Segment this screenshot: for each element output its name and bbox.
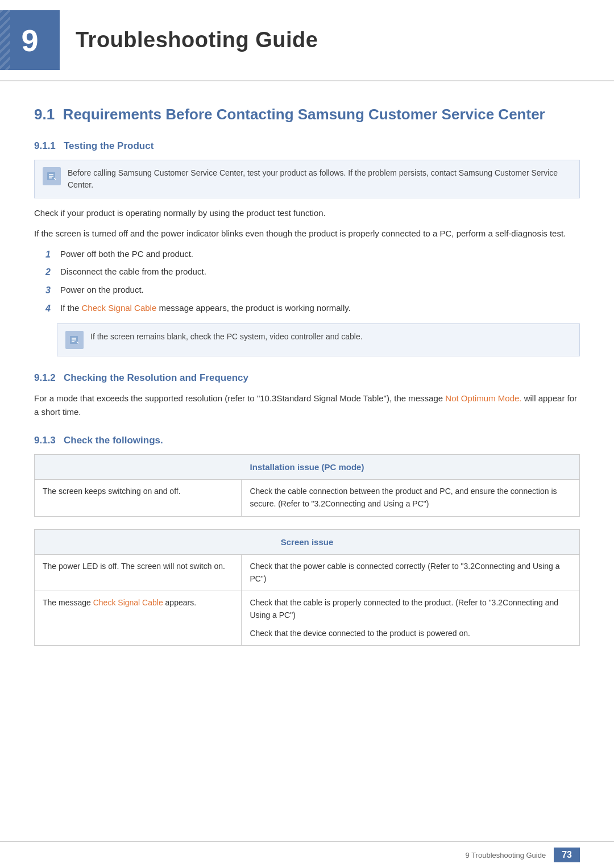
- screen-issue-table: Screen issue The power LED is off. The s…: [34, 529, 580, 646]
- table-row: The power LED is off. The screen will no…: [35, 555, 580, 591]
- note-text-2: If the screen remains blank, check the P…: [90, 331, 363, 343]
- chapter-number: 9: [21, 23, 38, 58]
- list-item-4: 4 If the Check Signal Cable message appe…: [45, 301, 580, 316]
- chapter-title: Troubleshooting Guide: [76, 28, 318, 52]
- table-1-solution-1: Check the cable connection between the p…: [242, 480, 580, 516]
- solution-2b: Check that the device connected to the p…: [250, 628, 571, 640]
- chapter-number-box: 9: [0, 10, 60, 70]
- table-2-header: Screen issue: [35, 529, 580, 554]
- table-2-issue-2: The message Check Signal Cable appears.: [35, 591, 242, 646]
- list-item-1: 1 Power off both the PC and product.: [45, 247, 580, 262]
- solution-2a: Check that the cable is properly connect…: [250, 597, 571, 621]
- note-box-2: If the screen remains blank, check the P…: [57, 323, 580, 356]
- section-9-1-2-heading: 9.1.2 Checking the Resolution and Freque…: [34, 372, 580, 384]
- table-row: The screen keeps switching on and off. C…: [35, 480, 580, 516]
- table-1-header: Installation issue (PC mode): [35, 455, 580, 480]
- table-row: The message Check Signal Cable appears. …: [35, 591, 580, 646]
- page-number: 73: [554, 848, 580, 862]
- table-1-issue-1: The screen keeps switching on and off.: [35, 480, 242, 516]
- not-optimum-mode-link: Not Optimum Mode.: [445, 393, 521, 403]
- footer-text: 9 Troubleshooting Guide: [466, 851, 546, 859]
- table-2-issue-1: The power LED is off. The screen will no…: [35, 555, 242, 591]
- note-icon-1: [43, 167, 61, 185]
- list-item-3: 3 Power on the product.: [45, 283, 580, 298]
- chapter-header: 9 Troubleshooting Guide: [0, 0, 614, 81]
- installation-issue-table: Installation issue (PC mode) The screen …: [34, 454, 580, 517]
- check-signal-cable-link-1: Check Signal Cable: [82, 303, 157, 313]
- section-9-1-heading: 9.1 Requirements Before Contacting Samsu…: [34, 105, 580, 124]
- section-9-1-1-heading: 9.1.1 Testing the Product: [34, 140, 580, 152]
- check-signal-cable-link-2: Check Signal Cable: [93, 598, 163, 607]
- steps-list: 1 Power off both the PC and product. 2 D…: [34, 247, 580, 315]
- note-icon-2: [65, 331, 84, 349]
- section-9-1-3-heading: 9.1.3 Check the followings.: [34, 435, 580, 446]
- indent-note-box: If the screen remains blank, check the P…: [57, 323, 580, 356]
- para-1-2: If the screen is turned off and the powe…: [34, 227, 580, 240]
- list-item-2: 2 Disconnect the cable from the product.: [45, 265, 580, 280]
- table-2-solution-1: Check that the power cable is connected …: [242, 555, 580, 591]
- table-2-solution-2: Check that the cable is properly connect…: [242, 591, 580, 646]
- para-9-1-2: For a mode that exceeds the supported re…: [34, 392, 580, 419]
- para-1-1: Check if your product is operating norma…: [34, 206, 580, 220]
- note-box-1: Before calling Samsung Customer Service …: [34, 160, 580, 198]
- note-text-1: Before calling Samsung Customer Service …: [68, 167, 571, 191]
- main-content: 9.1 Requirements Before Contacting Samsu…: [0, 81, 614, 704]
- page-footer: 9 Troubleshooting Guide 73: [0, 841, 614, 868]
